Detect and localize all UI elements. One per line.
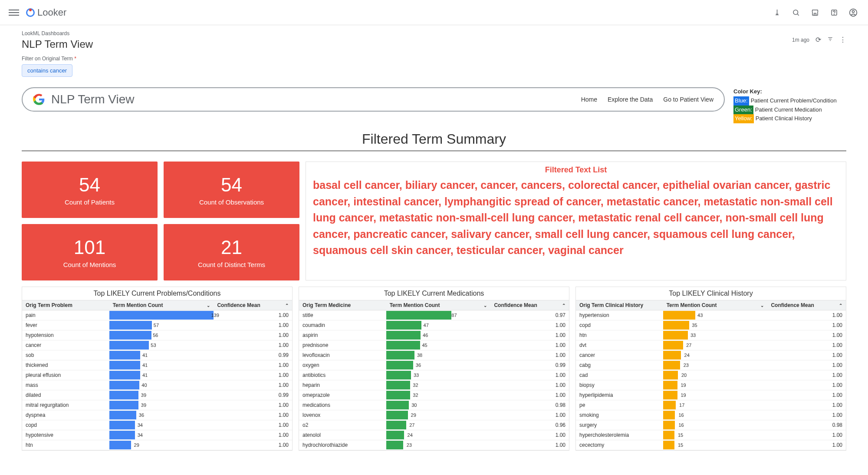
col-count[interactable]: Term Mention Count⌄	[386, 300, 491, 310]
table-row[interactable]: htn291.00	[22, 440, 292, 450]
table-row[interactable]: fever571.00	[22, 320, 292, 330]
cell-conf: 1.00	[214, 430, 292, 440]
cell-term: smoking	[576, 410, 663, 420]
logo[interactable]: Looker	[26, 7, 66, 18]
cell-term: heparin	[299, 380, 386, 390]
col-term[interactable]: Orig Term Medicine	[299, 300, 386, 310]
marketplace-icon[interactable]	[809, 7, 821, 19]
chevron-down-icon: ⌄	[483, 303, 487, 308]
table-row[interactable]: cabg231.00	[576, 360, 846, 370]
table-row[interactable]: sob410.99	[22, 350, 292, 360]
table-row[interactable]: hypertension431.00	[576, 310, 846, 320]
table-row[interactable]: omeprazole321.00	[299, 390, 569, 400]
kpi-label: Count of Observations	[199, 198, 264, 206]
cell-conf: 1.00	[214, 340, 292, 350]
cell-bar: 32	[386, 380, 491, 390]
col-count[interactable]: Term Mention Count⌄	[663, 300, 768, 310]
table-row[interactable]: hypotension561.00	[22, 330, 292, 340]
cell-term: hydrochlorothiazide	[299, 440, 386, 450]
kpi-label: Count of Patients	[65, 198, 115, 206]
table-row[interactable]: pain1391.00	[22, 310, 292, 320]
table-row[interactable]: coumadin471.00	[299, 320, 569, 330]
refresh-icon[interactable]: ⟳	[815, 36, 821, 44]
link-home[interactable]: Home	[581, 96, 597, 103]
table-row[interactable]: oxygen360.99	[299, 360, 569, 370]
cell-term: dilated	[22, 390, 109, 400]
search-icon[interactable]	[790, 7, 802, 19]
table-row[interactable]: pe171.00	[576, 400, 846, 410]
table-row[interactable]: dilated390.99	[22, 390, 292, 400]
table-row[interactable]: thickened411.00	[22, 360, 292, 370]
table-row[interactable]: medications300.98	[299, 400, 569, 410]
cell-conf: 1.00	[767, 350, 846, 360]
table-row[interactable]: aspirin461.00	[299, 330, 569, 340]
table-row[interactable]: hydrochlorothiazide231.00	[299, 440, 569, 450]
kebab-icon[interactable]: ⋮	[839, 36, 846, 44]
kpi-value: 21	[221, 237, 242, 258]
table-row[interactable]: cancer531.00	[22, 340, 292, 350]
required-mark: *	[74, 56, 76, 62]
table-row[interactable]: antibiotics331.00	[299, 370, 569, 380]
col-term[interactable]: Orig Term Clinical History	[576, 300, 663, 310]
cell-term: antibiotics	[299, 370, 386, 380]
table-row[interactable]: prednisone451.00	[299, 340, 569, 350]
cell-bar: 36	[386, 360, 491, 370]
cell-term: dyspnea	[22, 410, 109, 420]
table-row[interactable]: atenolol241.00	[299, 430, 569, 440]
cell-conf: 1.00	[214, 400, 292, 410]
table-row[interactable]: copd341.00	[22, 420, 292, 430]
cell-conf: 1.00	[767, 370, 846, 380]
kpi-distinct[interactable]: 21 Count of Distinct Terms	[164, 224, 299, 280]
table-row[interactable]: hyperlipidemia191.00	[576, 390, 846, 400]
cell-term: hypotension	[22, 330, 109, 340]
filter-chip[interactable]: contains cancer	[22, 64, 72, 77]
table-row[interactable]: levofloxacin381.00	[299, 350, 569, 360]
col-count[interactable]: Term Mention Count⌄	[109, 300, 214, 310]
breadcrumb[interactable]: LookML Dashboards	[22, 30, 792, 36]
table-row[interactable]: smoking161.00	[576, 410, 846, 420]
table-row[interactable]: cecectomy151.00	[576, 440, 846, 450]
kpi-mentions[interactable]: 101 Count of Mentions	[22, 224, 158, 280]
table-row[interactable]: pleural effusion411.00	[22, 370, 292, 380]
table-row[interactable]: htn331.00	[576, 330, 846, 340]
col-conf[interactable]: Confidence Mean⌃	[767, 300, 846, 310]
menu-icon[interactable]	[9, 7, 19, 18]
table-row[interactable]: mass401.00	[22, 380, 292, 390]
table-row[interactable]: cad201.00	[576, 370, 846, 380]
table-row[interactable]: cancer241.00	[576, 350, 846, 360]
col-term[interactable]: Orig Term Problem	[22, 300, 109, 310]
link-explore[interactable]: Explore the Data	[608, 96, 653, 103]
table-row[interactable]: copd351.00	[576, 320, 846, 330]
table-row[interactable]: lovenox291.00	[299, 410, 569, 420]
table-title: Top LIKELY Clinical History	[576, 287, 846, 300]
table-row[interactable]: surgery160.98	[576, 420, 846, 430]
link-patient[interactable]: Go to Patient View	[663, 96, 713, 103]
cell-bar: 30	[386, 400, 491, 410]
svg-line-1	[797, 14, 799, 15]
cell-conf: 1.00	[214, 440, 292, 450]
col-conf[interactable]: Confidence Mean⌃	[490, 300, 569, 310]
table-row[interactable]: heparin321.00	[299, 380, 569, 390]
cell-term: htn	[22, 440, 109, 450]
user-icon[interactable]	[847, 7, 859, 19]
table-row[interactable]: biopsy191.00	[576, 380, 846, 390]
cell-bar: 43	[663, 310, 768, 320]
help-icon[interactable]	[828, 7, 840, 19]
cell-bar: 24	[663, 350, 768, 360]
filter-icon[interactable]	[827, 36, 833, 44]
kpi-patients[interactable]: 54 Count of Patients	[22, 162, 158, 218]
col-conf[interactable]: Confidence Mean⌃	[214, 300, 292, 310]
table-row[interactable]: dyspnea361.00	[22, 410, 292, 420]
table-row[interactable]: mitral regurgitation391.00	[22, 400, 292, 410]
table-row[interactable]: hypercholesterolemia151.00	[576, 430, 846, 440]
kpi-observations[interactable]: 54 Count of Observations	[164, 162, 299, 218]
table-row[interactable]: o2270.96	[299, 420, 569, 430]
table-row[interactable]: hypotensive341.00	[22, 430, 292, 440]
table-row[interactable]: dvt271.00	[576, 340, 846, 350]
cell-bar: 32	[386, 390, 491, 400]
cell-bar: 53	[109, 340, 214, 350]
table-row[interactable]: stitle870.97	[299, 310, 569, 320]
download-icon[interactable]: ⤓	[771, 7, 783, 19]
cell-conf: 1.00	[214, 410, 292, 420]
cell-term: htn	[576, 330, 663, 340]
